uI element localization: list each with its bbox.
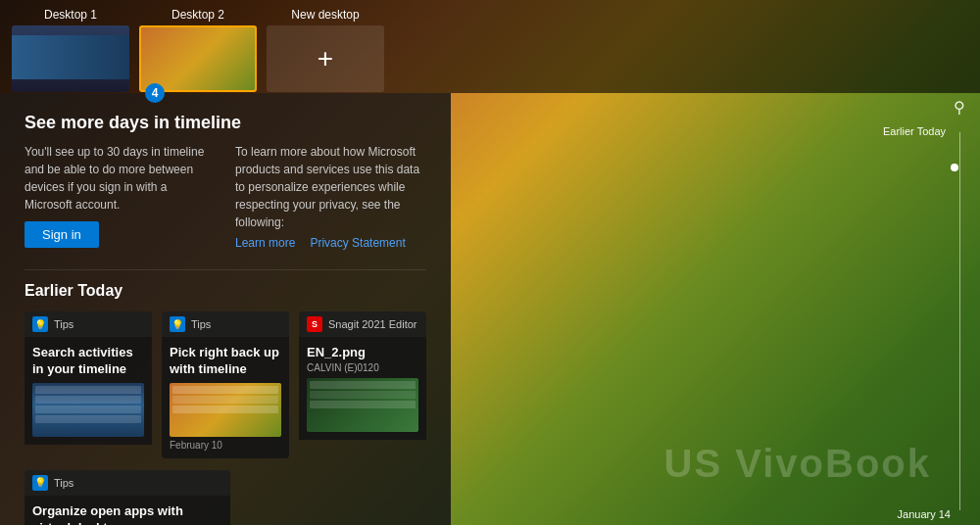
card-pick-back-up[interactable]: 💡 Tips Pick right back up with timeline … <box>162 311 289 458</box>
card-2-app-icon: 💡 <box>170 316 185 332</box>
timeline-january-label: January 14 <box>898 508 951 520</box>
card-3-body: EN_2.png CALVIN (E)0120 <box>299 337 426 440</box>
card-3-header: S Snagit 2021 Editor <box>299 311 426 337</box>
card-3-title: EN_2.png <box>307 345 418 359</box>
desktop-1-thumbnail <box>12 25 129 92</box>
see-more-right-text: To learn more about how Microsoft produc… <box>235 143 426 231</box>
card-1-app-icon: 💡 <box>32 316 48 332</box>
card-1-app-name: Tips <box>54 318 74 330</box>
card-search-activities[interactable]: 💡 Tips Search activities in your timelin… <box>24 311 152 458</box>
thumb-row-3 <box>35 406 141 413</box>
desktop-1[interactable]: Desktop 1 <box>12 8 129 92</box>
card-1-body: Search activities in your timeline <box>24 337 152 445</box>
desktop-1-label: Desktop 1 <box>44 8 97 22</box>
thumb-row-5 <box>172 386 278 394</box>
thumb-row-7 <box>172 406 278 413</box>
activity-cards-row: 💡 Tips Search activities in your timelin… <box>24 311 426 458</box>
timeline-search-icon[interactable]: ⚲ <box>954 98 965 117</box>
see-more-body: You'll see up to 30 days in timeline and… <box>24 143 426 250</box>
card-1-title: Search activities in your timeline <box>32 345 144 378</box>
card-2-app-name: Tips <box>191 318 211 330</box>
timeline-dot-earlier <box>951 164 958 171</box>
watermark: US VivoBook <box>664 442 931 486</box>
card-4-body: Organize open apps with virtual desktops <box>24 496 230 525</box>
earlier-today-section: Earlier Today 💡 Tips Search activities i… <box>24 282 426 525</box>
card-2-date: February 10 <box>170 440 281 451</box>
tips-icon-1: 💡 <box>34 319 46 330</box>
thumb-row-4 <box>35 415 141 423</box>
card-snagit[interactable]: S Snagit 2021 Editor EN_2.png CALVIN (E)… <box>299 311 426 458</box>
see-more-left-text: You'll see up to 30 days in timeline and… <box>24 143 216 214</box>
bottom-cards-row: 💡 Tips Organize open apps with virtual d… <box>24 470 426 525</box>
right-area: US VivoBook ⚲ Earlier Today January 14 <box>451 93 980 525</box>
tips-icon-3: 💡 <box>34 477 46 488</box>
card-2-header: 💡 Tips <box>162 311 289 337</box>
desktop-2[interactable]: Desktop 2 <box>139 8 257 92</box>
card-1-thumbnail <box>32 383 144 437</box>
timeline-container: ⚲ Earlier Today January 14 <box>936 98 965 520</box>
main-content: See more days in timeline You'll see up … <box>0 93 980 525</box>
new-desktop[interactable]: New desktop + <box>267 8 384 92</box>
timeline-earlier-today-label: Earlier Today <box>883 125 946 137</box>
new-desktop-box[interactable]: + <box>267 25 384 92</box>
privacy-links: Learn more Privacy Statement <box>235 236 426 250</box>
new-desktop-plus-icon: + <box>318 43 333 74</box>
card-4-header: 💡 Tips <box>24 470 230 496</box>
card-3-app-name: Snagit 2021 Editor <box>328 318 417 330</box>
card-3-subtitle: CALVIN (E)0120 <box>307 362 418 373</box>
privacy-statement-link[interactable]: Privacy Statement <box>310 236 405 250</box>
card-4-title: Organize open apps with virtual desktops <box>32 503 222 525</box>
thumb-row-6 <box>172 396 278 404</box>
desktop-2-label: Desktop 2 <box>172 8 224 22</box>
sign-in-button[interactable]: Sign in <box>24 221 99 248</box>
card-organize-desktops[interactable]: 💡 Tips Organize open apps with virtual d… <box>24 470 230 525</box>
thumb-row-1 <box>35 386 141 394</box>
see-more-title: See more days in timeline <box>24 113 426 133</box>
new-desktop-label: New desktop <box>291 8 359 22</box>
thumb-row-2 <box>35 396 141 404</box>
desktop-badge: 4 <box>145 83 165 103</box>
card-1-header: 💡 Tips <box>24 311 152 337</box>
tips-icon-2: 💡 <box>172 319 183 330</box>
card-3-app-icon: S <box>307 316 322 332</box>
card-3-thumbnail <box>307 378 418 432</box>
desktop-1-preview <box>12 35 129 79</box>
learn-more-link[interactable]: Learn more <box>235 236 295 250</box>
earlier-today-title: Earlier Today <box>24 282 426 300</box>
card-2-body: Pick right back up with timeline Februar… <box>162 337 289 458</box>
see-more-section: See more days in timeline You'll see up … <box>24 113 426 250</box>
desktop-2-thumbnail <box>139 25 257 92</box>
left-panel: See more days in timeline You'll see up … <box>0 93 451 525</box>
card-2-thumbnail <box>170 383 281 437</box>
card-4-app-name: Tips <box>54 477 74 489</box>
card-2-title: Pick right back up with timeline <box>170 345 281 378</box>
timeline-line <box>959 132 960 510</box>
desktops-bar: Desktop 1 Desktop 2 New desktop + <box>0 0 980 93</box>
divider <box>24 269 426 270</box>
card-4-app-icon: 💡 <box>32 475 48 491</box>
